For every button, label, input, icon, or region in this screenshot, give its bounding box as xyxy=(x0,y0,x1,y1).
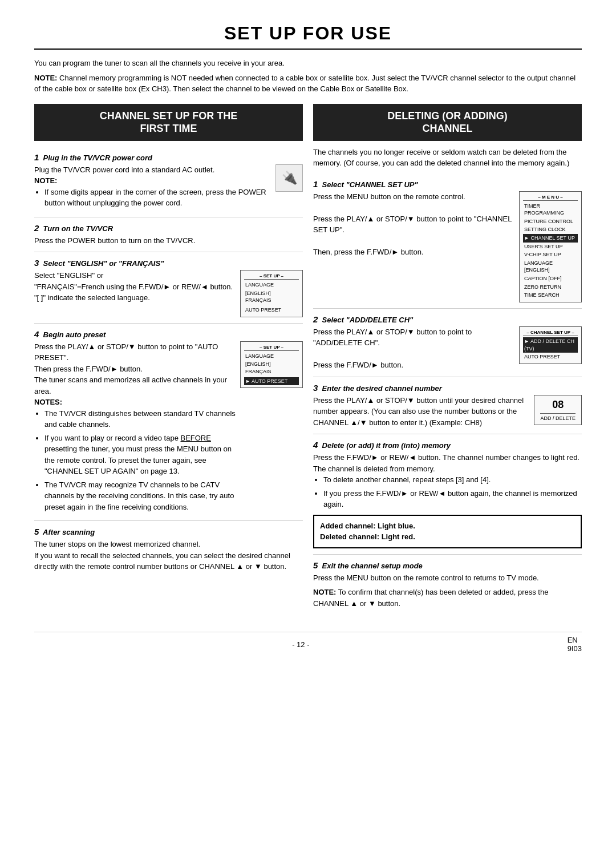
right-step-1: 1 Select "CHANNEL SET UP" Press the MENU… xyxy=(313,173,582,309)
left-step-5-title: 5 After scanning xyxy=(34,527,303,536)
list-item: If you press the F.FWD/► or REW/◄ button… xyxy=(323,488,582,510)
right-column: DELETING (OR ADDING)CHANNEL The channels… xyxy=(313,104,582,615)
right-intro: The channels you no longer receive or se… xyxy=(313,147,582,169)
left-step-4-notes-label: NOTES: xyxy=(34,397,236,408)
footer: - 12 - EN 9I03 xyxy=(34,632,582,653)
right-step-4-bullets: To delete another channel, repeat steps … xyxy=(323,474,582,510)
right-step-4-text: Press the F.FWD/► or REW/◄ button. The c… xyxy=(313,452,582,474)
list-item: The TV/VCR distinguishes between standar… xyxy=(44,408,236,430)
left-step-1-title: 1 Plug in the TV/VCR power cord xyxy=(34,152,303,162)
left-step-2-text: Press the POWER button to turn on the TV… xyxy=(34,235,303,247)
left-step-4-text3: The tuner scans and memorizes all active… xyxy=(34,374,236,397)
plug-icon: 🔌 xyxy=(275,164,303,192)
left-step-3-title: 3 Select "ENGLISH" or "FRANÇAIS" xyxy=(34,258,303,268)
right-step-5: 5 Exit the channel setup mode Press the … xyxy=(313,555,582,615)
added-channel-text: Added channel: Light blue. xyxy=(320,522,415,530)
left-step-1-note-label: NOTE: xyxy=(34,175,271,187)
left-step-4: 4 Begin auto preset Press the PLAY/▲ or … xyxy=(34,324,303,522)
left-step-1-text: Plug the TV/VCR power cord into a standa… xyxy=(34,164,271,176)
left-step-2-title: 2 Turn on the TV/VCR xyxy=(34,223,303,233)
setup-screen-4: – SET UP – LANGUAGE [ENGLISH] FRANÇAIS A… xyxy=(240,341,303,389)
right-step-1-title: 1 Select "CHANNEL SET UP" xyxy=(313,179,582,189)
right-step-1-text: Press the MENU button on the remote cont… xyxy=(313,191,514,258)
right-step-3-title: 3 Enter the desired channel number xyxy=(313,383,582,393)
ch-number: 08 xyxy=(540,399,576,411)
intro-paragraph-2: NOTE: Channel memory programming is NOT … xyxy=(34,72,582,95)
left-step-5-text: The tuner stops on the lowest memorized … xyxy=(34,539,303,572)
main-content: CHANNEL SET UP FOR THEFIRST TIME 1 Plug … xyxy=(34,104,582,615)
footer-center: - 12 - xyxy=(292,640,309,649)
right-section-header: DELETING (OR ADDING)CHANNEL xyxy=(313,104,582,141)
right-step-3: 3 Enter the desired channel number Press… xyxy=(313,377,582,435)
left-step-2: 2 Turn on the TV/VCR Press the POWER but… xyxy=(34,217,303,253)
list-item: If you want to play or record a video ta… xyxy=(44,433,236,477)
setup-screen-3: – SET UP – LANGUAGE [ENGLISH] FRANÇAIS A… xyxy=(240,270,303,317)
list-item: To delete another channel, repeat steps … xyxy=(323,474,582,486)
right-step-2: 2 Select "ADD/DELETE CH" Press the PLAY/… xyxy=(313,309,582,377)
left-step-1-note-list: If some digits appear in the corner of t… xyxy=(44,187,271,209)
deleted-channel-text: Deleted channel: Light red. xyxy=(320,532,415,541)
intro-note-text: Channel memory programming is NOT needed… xyxy=(34,74,576,94)
intro-note-label: NOTE: xyxy=(34,74,57,82)
left-column: CHANNEL SET UP FOR THEFIRST TIME 1 Plug … xyxy=(34,104,303,578)
plug-icon-container: 🔌 xyxy=(275,164,303,192)
left-step-1: 1 Plug in the TV/VCR power cord Plug the… xyxy=(34,147,303,217)
left-step-3-text: Select "ENGLISH" or"FRANÇAIS"=French usi… xyxy=(34,270,236,304)
left-step-4-text1: Press the PLAY/▲ or STOP/▼ button to poi… xyxy=(34,341,236,364)
left-step-3: 3 Select "ENGLISH" or "FRANÇAIS" Select … xyxy=(34,252,303,324)
footer-right: EN 9I03 xyxy=(568,636,582,653)
left-step-4-title: 4 Begin auto preset xyxy=(34,329,303,339)
adddelete-screen: – CHANNEL SET UP – ► ADD / DELETE CH (TV… xyxy=(519,326,582,364)
right-step-2-title: 2 Select "ADD/DELETE CH" xyxy=(313,314,582,324)
menu-screen: – M E N U – TIMER PROGRAMMING PICTURE CO… xyxy=(519,191,582,302)
right-step-3-text: Press the PLAY/▲ or STOP/▼ button until … xyxy=(313,395,529,429)
right-step-5-title: 5 Exit the channel setup mode xyxy=(313,560,582,570)
right-step-2-text: Press the PLAY/▲ or STOP/▼ button to poi… xyxy=(313,326,514,371)
right-step-4-title: 4 Delete (or add) it from (into) memory xyxy=(313,440,582,450)
page-title: SET UP FOR USE xyxy=(34,23,582,50)
channel-color-note: Added channel: Light blue. Deleted chann… xyxy=(313,515,582,548)
intro-paragraph-1: You can program the tuner to scan all th… xyxy=(34,58,582,69)
list-item: The TV/VCR may recognize TV channels to … xyxy=(44,479,236,513)
left-step-4-notes: The TV/VCR distinguishes between standar… xyxy=(44,408,236,513)
right-step-5-text: Press the MENU button on the remote cont… xyxy=(313,572,582,584)
left-step-5: 5 After scanning The tuner stops on the … xyxy=(34,521,303,578)
ch-screen: 08 ADD / DELETE xyxy=(534,395,582,425)
right-step-5-note: NOTE: To confirm that channel(s) has bee… xyxy=(313,587,582,609)
right-step-4: 4 Delete (or add) it from (into) memory … xyxy=(313,434,582,555)
ch-label: ADD / DELETE xyxy=(540,413,576,421)
left-section-header: CHANNEL SET UP FOR THEFIRST TIME xyxy=(34,104,303,141)
left-step-4-text2: Then press the F.FWD/► button. xyxy=(34,364,236,375)
list-item: If some digits appear in the corner of t… xyxy=(44,187,271,209)
